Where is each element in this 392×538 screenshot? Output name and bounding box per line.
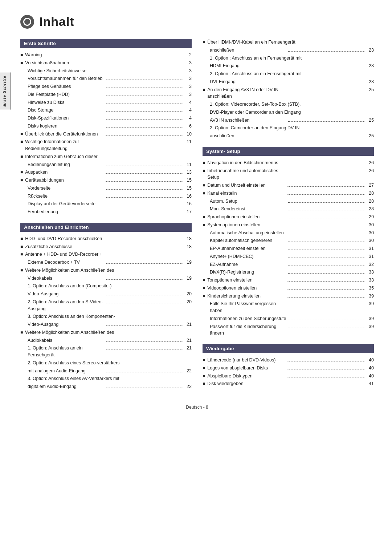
toc-page: 33 [367, 277, 374, 284]
bullet-icon: ■ [20, 153, 23, 160]
sidebar-tab: Erste Schritte [0, 0, 13, 538]
toc-text: Informationen zum Gebrauch dieser [25, 153, 192, 160]
toc-dots [106, 72, 183, 72]
toc-sub2-entry: HDMI-Eingang 23 [210, 62, 374, 69]
page-footer: Deutsch - 8 [20, 405, 374, 410]
toc-page: 39 [367, 300, 374, 307]
toc-dots [288, 121, 365, 122]
toc-sub-entry: Passwort für die Kindersicherung ändern … [210, 323, 374, 337]
toc-entry: ■ Tonoptionen einstellen 33 [203, 277, 374, 284]
toc-page: 3 [184, 91, 192, 98]
toc-page: 26 [367, 167, 374, 174]
toc-text: Antenne + HDD- und DVD-Recorder + [25, 251, 192, 258]
toc-dots [288, 250, 365, 250]
bullet-icon: ■ [203, 373, 205, 379]
toc-entry-main: Disc Storage 4 [28, 107, 192, 114]
toc-page: 25 [367, 133, 374, 139]
toc-entry-main: 2. Option : Anschluss an ein Fernsehgerä… [210, 70, 374, 77]
toc-sub-entry: Hinweise zu Disks 4 [28, 99, 192, 106]
toc-sub-entry: Anynet+ (HDMI-CEC) 31 [210, 253, 374, 260]
toc-dots [287, 369, 365, 369]
bullet-icon: ■ [203, 167, 205, 174]
bullet-icon: ■ [20, 235, 23, 242]
toc-text: 2. Option: Anschluss an den S-Video-Ausg… [28, 299, 105, 312]
toc-sub2-entry: DVD-Player oder Camcorder an den Eingang [210, 109, 374, 116]
toc-entry-main: Pflege des Gehäuses 3 [28, 83, 192, 90]
toc-entry-main: Falls Sie Ihr Passwort vergessen haben 3… [210, 300, 374, 314]
toc-sub2-entry: Video-Ausgang 20 [28, 291, 192, 298]
toc-dots [287, 194, 365, 195]
toc-entry-main: Geräteabbildungen 15 [25, 177, 192, 184]
main-content: Inhalt Erste Schritte ■ Warning [13, 0, 392, 538]
toc-text: Wichtige Informationen zur Bedienungsanl… [25, 138, 103, 152]
toc-page: 39 [367, 315, 374, 322]
toc-text: Weitere Möglichkeiten zum Anschließen de… [25, 329, 192, 336]
toc-page: 40 [367, 357, 374, 364]
toc-dots [106, 104, 183, 104]
toc-dots [106, 96, 183, 96]
toc-page: 17 [184, 209, 192, 215]
toc-sub-entry: EP-Aufnahmezeit einstellen 31 [210, 245, 374, 252]
toc-entry: ■ Auspacken 13 [20, 169, 192, 176]
toc-page: 30 [367, 230, 374, 236]
toc-dots [105, 143, 183, 143]
toc-page: 23 [367, 62, 374, 69]
toc-sub-entry: Display auf der Gerätevorderseite 16 [28, 201, 192, 207]
toc-entry: ■ Abspielbare Disktypen 40 [203, 373, 374, 380]
toc-text: HDD- und DVD-Recorder anschließen [25, 235, 103, 242]
toc-entry: ■ Sprachoptionen einstellen 29 [203, 214, 374, 221]
toc-entry-main: DVD-Player oder Camcorder an den Eingang [210, 109, 374, 116]
toc-text: Disks kopieren [28, 123, 105, 130]
toc-text: Autom. Setup [210, 198, 287, 205]
toc-dots [288, 305, 365, 305]
toc-page: 3 [184, 83, 192, 90]
toc-entry-main: DVI-Eingang 23 [210, 78, 374, 85]
toc-entry-main: Externe Decoderbox + TV 19 [28, 259, 192, 266]
toc-text: 3. Option: Anschluss eines AV-Verstärker… [28, 375, 192, 382]
toc-text: Wichtige Sicherheitshinweise [28, 68, 105, 74]
toc-sub-entry: Pflege des Gehäuses 3 [28, 83, 192, 90]
toc-dots [288, 258, 365, 258]
toc-entry-main: Rückseite 16 [28, 193, 192, 200]
toc-page: 3 [184, 60, 192, 66]
page-container: Erste Schritte Inhalt Erste Schritte ■ [0, 0, 392, 538]
title-icon [20, 15, 34, 29]
toc-dots [106, 80, 183, 80]
toc-entry-main: Navigation in den Bildschirmmenüs 26 [207, 159, 374, 166]
toc-sub-entry: Vorsichtsmaßnahmen für den Betrieb 3 [28, 75, 192, 82]
col-right: ■ Über HDMI-/DVI-Kabel an ein Fernsehger… [203, 39, 374, 397]
toc-entry-main: Wichtige Sicherheitshinweise 3 [28, 68, 192, 74]
toc-entry-main: Über HDMI-/DVI-Kabel an ein Fernsehgerät [207, 39, 374, 46]
toc-page: 28 [367, 206, 374, 213]
toc-entry-main: Ländercode (nur bei DVD-Videos) 40 [207, 357, 374, 364]
toc-dots [105, 56, 183, 56]
toc-text: Video-Ausgang [28, 291, 105, 298]
toc-entry-main: mit analogem Audio-Eingang 22 [28, 368, 192, 375]
toc-page: 15 [184, 185, 192, 192]
toc-page: 30 [367, 237, 374, 244]
toc-dots [287, 164, 365, 164]
toc-text: mit analogem Audio-Eingang [28, 368, 105, 375]
toc-dots [106, 349, 183, 349]
toc-text: Disk-Spezifikationen [28, 115, 105, 122]
toc-page: 25 [367, 117, 374, 124]
toc-dots [105, 135, 183, 135]
sidebar-tab-label: Erste Schritte [0, 73, 11, 110]
toc-text: digitalem Audio-Eingang [28, 383, 105, 390]
bullet-icon: ■ [20, 243, 23, 250]
toc-entry-main: Video-Ausgang 20 [28, 291, 192, 298]
toc-page: 16 [184, 201, 192, 207]
toc-page: 11 [184, 138, 192, 145]
toc-page: 2 [184, 52, 192, 58]
toc-page: 32 [367, 261, 374, 268]
toc-page: 18 [184, 243, 192, 250]
section-header-anschliessen: Anschließen und Einrichten [20, 223, 192, 232]
toc-entry: ■ Kanal einstelln 28 [203, 190, 374, 197]
toc-entry-main: Autom. Setup 28 [210, 198, 374, 205]
toc-entry-main: Disk wiedergeben 41 [207, 380, 374, 387]
toc-entry: ■ Informationen zum Gebrauch dieser [20, 153, 192, 160]
toc-entry-main: 2. Option: Anschluss an den S-Video-Ausg… [28, 299, 192, 312]
toc-dots [288, 137, 365, 137]
toc-sub2-entry: 3. Option: Anschluss eines AV-Verstärker… [28, 375, 192, 382]
toc-sub2-entry: 2. Option: Anschluss an den S-Video-Ausg… [28, 299, 192, 312]
